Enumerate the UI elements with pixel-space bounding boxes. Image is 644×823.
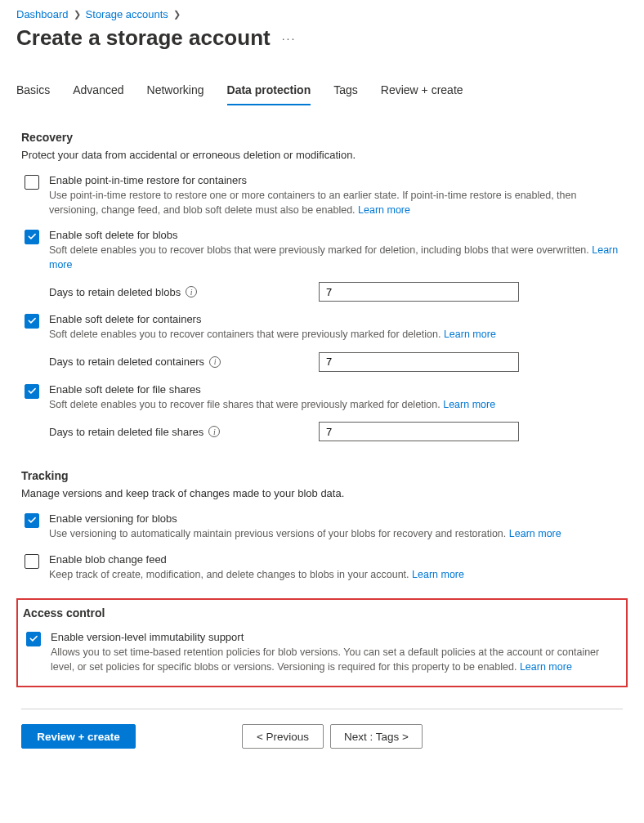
change-feed-label: Enable blob change feed [49,553,623,566]
share-soft-delete-learn-more[interactable]: Learn more [443,399,495,410]
container-soft-delete-label: Enable soft delete for containers [49,313,623,325]
section-recovery-desc: Protect your data from accidental or err… [21,149,623,161]
change-feed-desc: Keep track of create, modification, and … [49,568,623,583]
share-retain-label: Days to retain deleted file shares i [49,426,319,438]
pitr-desc: Use point-in-time restore to restore one… [49,189,623,217]
tab-basics[interactable]: Basics [16,78,50,105]
share-soft-delete-desc: Soft delete enables you to recover file … [49,398,623,413]
section-access-heading: Access control [23,606,621,619]
next-button[interactable]: Next : Tags > [330,724,423,749]
immutability-desc: Allows you to set time-based retention p… [51,646,621,674]
pitr-learn-more[interactable]: Learn more [358,204,410,216]
share-retain-input[interactable] [319,422,519,441]
tab-tags[interactable]: Tags [333,78,358,105]
section-tracking-heading: Tracking [21,469,623,482]
checkbox-container-soft-delete[interactable] [25,314,39,329]
container-soft-delete-learn-more[interactable]: Learn more [444,329,496,340]
tab-review-create[interactable]: Review + create [381,78,463,105]
immutability-label: Enable version-level immutability suppor… [51,631,621,643]
checkbox-immutability[interactable] [26,632,41,646]
versioning-learn-more[interactable]: Learn more [509,528,561,539]
info-icon[interactable]: i [208,426,220,437]
page-title: Create a storage account [16,25,271,51]
checkbox-versioning[interactable] [25,513,39,528]
chevron-right-icon: ❯ [173,9,181,20]
footer-bar: Review + create < Previous Next : Tags > [21,724,623,749]
versioning-desc: Use versioning to automatically maintain… [49,527,623,542]
checkbox-share-soft-delete[interactable] [25,384,39,399]
tab-data-protection[interactable]: Data protection [227,78,311,105]
pitr-label: Enable point-in-time restore for contain… [49,174,623,186]
container-soft-delete-desc: Soft delete enables you to recover conta… [49,328,623,342]
blob-retain-label: Days to retain deleted blobs i [49,286,319,298]
breadcrumb-dashboard[interactable]: Dashboard [16,8,69,20]
info-icon[interactable]: i [186,286,197,297]
access-control-highlight: Access control Enable version-level immu… [16,598,628,687]
breadcrumb: Dashboard ❯ Storage accounts ❯ [16,8,628,20]
blob-soft-delete-label: Enable soft delete for blobs [49,229,623,241]
container-retain-label: Days to retain deleted containers i [49,356,319,368]
container-retain-input[interactable] [319,352,519,372]
review-create-button[interactable]: Review + create [21,724,136,749]
checkbox-change-feed[interactable] [25,554,39,569]
checkbox-blob-soft-delete[interactable] [25,230,39,244]
tab-advanced[interactable]: Advanced [73,78,123,105]
tab-networking[interactable]: Networking [147,78,204,105]
section-recovery-heading: Recovery [21,131,623,144]
previous-button[interactable]: < Previous [242,724,324,749]
checkbox-pitr[interactable] [25,175,39,190]
more-icon[interactable]: ··· [282,32,297,45]
change-feed-learn-more[interactable]: Learn more [412,569,464,580]
chevron-right-icon: ❯ [74,9,81,20]
blob-retain-input[interactable] [319,282,519,302]
info-icon[interactable]: i [209,356,221,368]
section-tracking-desc: Manage versions and keep track of change… [21,487,623,499]
breadcrumb-storage-accounts[interactable]: Storage accounts [86,8,168,20]
tabs: Basics Advanced Networking Data protecti… [16,78,628,105]
immutability-learn-more[interactable]: Learn more [520,661,572,673]
share-soft-delete-label: Enable soft delete for file shares [49,383,623,396]
versioning-label: Enable versioning for blobs [49,512,623,525]
divider [21,709,623,709]
blob-soft-delete-desc: Soft delete enables you to recover blobs… [49,244,623,272]
